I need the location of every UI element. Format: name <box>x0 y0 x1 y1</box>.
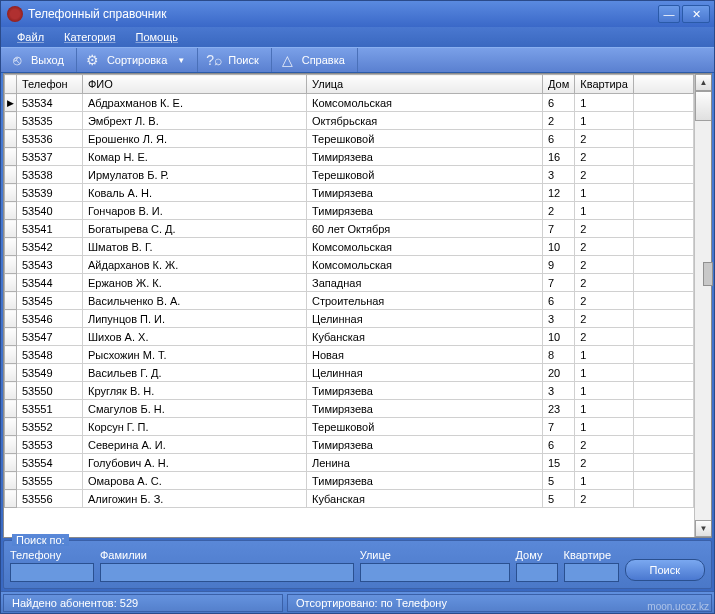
table-row[interactable]: 53547Шихов А. Х.Кубанская102 <box>5 328 694 346</box>
cell-phone: 53548 <box>17 346 83 364</box>
menu-help[interactable]: Помощь <box>125 29 188 45</box>
cell-phone: 53550 <box>17 382 83 400</box>
cell-phone: 53545 <box>17 292 83 310</box>
exit-button[interactable]: ⎋ Выход <box>1 48 77 72</box>
search-label: Поиск <box>228 54 258 66</box>
cell-phone: 53535 <box>17 112 83 130</box>
scroll-thumb[interactable] <box>695 91 712 121</box>
cell-street: Новая <box>307 346 543 364</box>
row-marker <box>5 238 17 256</box>
table-row[interactable]: 53541Богатырева С. Д.60 лет Октября72 <box>5 220 694 238</box>
table-row[interactable]: 53536Ерошенко Л. Я.Терешковой62 <box>5 130 694 148</box>
table-row[interactable]: 53555Омарова А. С.Тимирязева51 <box>5 472 694 490</box>
cell-house: 5 <box>543 472 575 490</box>
scroll-up-button[interactable]: ▲ <box>695 74 712 91</box>
cell-fio: Северина А. И. <box>83 436 307 454</box>
cell-phone: 53534 <box>17 94 83 112</box>
table-row[interactable]: 53545Васильченко В. А.Строительная62 <box>5 292 694 310</box>
toolbar: ⎋ Выход ⚙ Сортировка ▼ ?⌕ Поиск △ Справк… <box>1 47 714 73</box>
table-row[interactable]: 53554Голубович А. Н.Ленина152 <box>5 454 694 472</box>
cell-spacer <box>633 346 693 364</box>
cell-fio: Гончаров В. И. <box>83 202 307 220</box>
cell-street: Тимирязева <box>307 400 543 418</box>
cell-phone: 53542 <box>17 238 83 256</box>
table-row[interactable]: 53546Липунцов П. И.Целинная32 <box>5 310 694 328</box>
cell-house: 6 <box>543 94 575 112</box>
table-row[interactable]: 53543Айдарханов К. Ж.Комсомольская92 <box>5 256 694 274</box>
close-button[interactable]: ✕ <box>682 5 710 23</box>
table-row[interactable]: 53538Ирмулатов Б. Р.Терешковой32 <box>5 166 694 184</box>
cell-spacer <box>633 202 693 220</box>
status-found: Найдено абонентов: 529 <box>3 594 283 612</box>
cell-phone: 53537 <box>17 148 83 166</box>
cell-flat: 1 <box>575 202 634 220</box>
cell-flat: 1 <box>575 382 634 400</box>
cell-spacer <box>633 220 693 238</box>
cell-spacer <box>633 418 693 436</box>
menu-file[interactable]: Файл <box>7 29 54 45</box>
app-window: Телефонный справочник — ✕ Файл Категория… <box>0 0 715 614</box>
cell-house: 16 <box>543 148 575 166</box>
table-row[interactable]: 53540Гончаров В. И.Тимирязева21 <box>5 202 694 220</box>
table-row[interactable]: 53553Северина А. И.Тимирязева62 <box>5 436 694 454</box>
table-row[interactable]: 53537Комар Н. Е.Тимирязева162 <box>5 148 694 166</box>
search-flat-input[interactable] <box>564 563 619 582</box>
cell-flat: 1 <box>575 364 634 382</box>
row-marker <box>5 364 17 382</box>
row-marker-header[interactable] <box>5 75 17 94</box>
cell-phone: 53554 <box>17 454 83 472</box>
table-row[interactable]: ▶53534Абдрахманов К. Е.Комсомольская61 <box>5 94 694 112</box>
table-row[interactable]: 53551Смагулов Б. Н.Тимирязева231 <box>5 400 694 418</box>
cell-street: Тимирязева <box>307 472 543 490</box>
data-grid[interactable]: Телефон ФИО Улица Дом Квартира ▶53534Абд… <box>3 73 712 538</box>
table-row[interactable]: 53544Ержанов Ж. К.Западная72 <box>5 274 694 292</box>
sort-button[interactable]: ⚙ Сортировка ▼ <box>77 48 198 72</box>
column-phone[interactable]: Телефон <box>17 75 83 94</box>
search-street-label: Улице <box>360 549 510 561</box>
minimize-button[interactable]: — <box>658 5 680 23</box>
cell-fio: Омарова А. С. <box>83 472 307 490</box>
cell-phone: 53549 <box>17 364 83 382</box>
scroll-down-button[interactable]: ▼ <box>695 520 712 537</box>
table-row[interactable]: 53549Васильев Г. Д.Целинная201 <box>5 364 694 382</box>
cell-spacer <box>633 364 693 382</box>
cell-house: 20 <box>543 364 575 382</box>
exit-icon: ⎋ <box>9 52 25 68</box>
column-fio[interactable]: ФИО <box>83 75 307 94</box>
row-marker <box>5 292 17 310</box>
table-row[interactable]: 53556Алигожин Б. З.Кубанская52 <box>5 490 694 508</box>
column-flat[interactable]: Квартира <box>575 75 634 94</box>
vertical-scrollbar[interactable]: ▲ ▼ <box>694 74 711 537</box>
table-row[interactable]: 53552Корсун Г. П.Терешковой71 <box>5 418 694 436</box>
cell-street: Терешковой <box>307 418 543 436</box>
column-street[interactable]: Улица <box>307 75 543 94</box>
search-button[interactable]: ?⌕ Поиск <box>198 48 271 72</box>
do-search-button[interactable]: Поиск <box>625 559 705 581</box>
search-surname-input[interactable] <box>100 563 354 582</box>
cell-street: Октябрьская <box>307 112 543 130</box>
cell-spacer <box>633 94 693 112</box>
row-marker <box>5 454 17 472</box>
cell-flat: 1 <box>575 94 634 112</box>
table-row[interactable]: 53548Рысхожин М. Т.Новая81 <box>5 346 694 364</box>
cell-street: Терешковой <box>307 130 543 148</box>
help-button[interactable]: △ Справка <box>272 48 358 72</box>
cell-phone: 53553 <box>17 436 83 454</box>
search-phone-input[interactable] <box>10 563 94 582</box>
cell-spacer <box>633 310 693 328</box>
cell-fio: Ержанов Ж. К. <box>83 274 307 292</box>
row-marker <box>5 256 17 274</box>
cell-house: 12 <box>543 184 575 202</box>
column-house[interactable]: Дом <box>543 75 575 94</box>
cell-street: Комсомольская <box>307 238 543 256</box>
outer-scroll-indicator[interactable] <box>703 262 713 286</box>
menu-category[interactable]: Категория <box>54 29 125 45</box>
table-row[interactable]: 53539Коваль А. Н.Тимирязева121 <box>5 184 694 202</box>
table-row[interactable]: 53542Шматов В. Г.Комсомольская102 <box>5 238 694 256</box>
table-row[interactable]: 53550Кругляк В. Н.Тимирязева31 <box>5 382 694 400</box>
cell-spacer <box>633 112 693 130</box>
cell-house: 2 <box>543 202 575 220</box>
search-house-input[interactable] <box>516 563 558 582</box>
table-row[interactable]: 53535Эмбрехт Л. В.Октябрьская21 <box>5 112 694 130</box>
search-street-input[interactable] <box>360 563 510 582</box>
